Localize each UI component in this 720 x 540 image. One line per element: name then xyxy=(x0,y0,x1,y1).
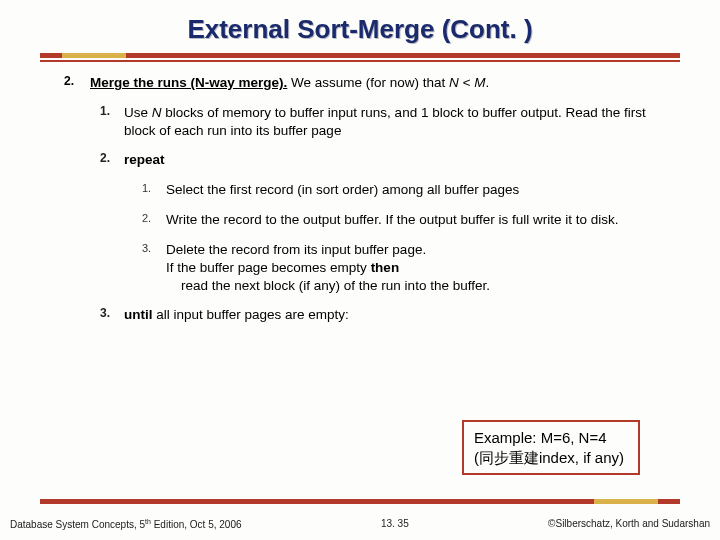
sub-number: 2. xyxy=(100,151,124,294)
assume-pre: We assume (for now) that xyxy=(287,75,449,90)
sub-3-until: 3. until all input buffer pages are empt… xyxy=(100,306,656,324)
sub-1: 1. Use N blocks of memory to buffer inpu… xyxy=(100,104,656,140)
r-number: 1. xyxy=(142,181,166,199)
footer-right: ©Silberschatz, Korth and Sudarshan xyxy=(548,518,710,530)
sub-number: 1. xyxy=(100,104,124,140)
r-number: 3. xyxy=(142,241,166,294)
example-line2: (同步重建index, if any) xyxy=(474,448,624,468)
repeat-2: 2. Write the record to the output buffer… xyxy=(142,211,656,229)
assume-post: . xyxy=(486,75,490,90)
step-lead: Merge the runs (N-way merge). xyxy=(90,75,287,90)
top-rule xyxy=(40,53,680,62)
slide-title: External Sort-Merge (Cont. ) xyxy=(0,0,720,53)
repeat-label: repeat xyxy=(124,152,165,167)
r-number: 2. xyxy=(142,211,166,229)
step-number: 2. xyxy=(64,74,90,334)
example-box: Example: M=6, N=4 (同步重建index, if any) xyxy=(462,420,640,475)
example-line1: Example: M=6, N=4 xyxy=(474,428,624,448)
r2-text: Write the record to the output buffer. I… xyxy=(166,211,656,229)
sub1-pre: Use xyxy=(124,105,152,120)
footer: Database System Concepts, 5th Edition, O… xyxy=(10,518,710,530)
step-2: 2. Merge the runs (N-way merge). We assu… xyxy=(64,74,656,334)
r1-text: Select the first record (in sort order) … xyxy=(166,181,656,199)
footer-left: Database System Concepts, 5th Edition, O… xyxy=(10,518,242,530)
footer-mid: 13. 35 xyxy=(242,518,549,530)
repeat-3: 3. Delete the record from its input buff… xyxy=(142,241,656,294)
repeat-1: 1. Select the first record (in sort orde… xyxy=(142,181,656,199)
content-area: 2. Merge the runs (N-way merge). We assu… xyxy=(0,62,720,334)
until-rest: all input buffer pages are empty: xyxy=(153,307,349,322)
bottom-rule xyxy=(40,499,680,504)
sub-number: 3. xyxy=(100,306,124,324)
sub-2-repeat: 2. repeat 1. Select the first record (in… xyxy=(100,151,656,294)
assume-rel: N < M xyxy=(449,75,485,90)
sub1-var: N xyxy=(152,105,162,120)
sub1-post: blocks of memory to buffer input runs, a… xyxy=(124,105,646,138)
until-label: until xyxy=(124,307,153,322)
r3-text: Delete the record from its input buffer … xyxy=(166,241,656,294)
